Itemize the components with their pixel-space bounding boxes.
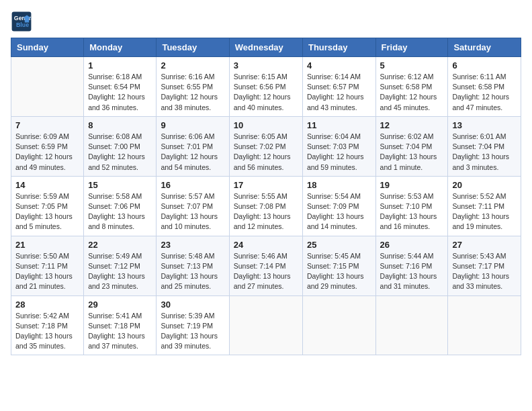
- day-info: Sunrise: 5:44 AM Sunset: 7:16 PM Dayligh…: [380, 251, 444, 292]
- day-number: 24: [234, 240, 298, 250]
- day-number: 20: [452, 180, 517, 190]
- svg-text:General: General: [14, 15, 32, 21]
- day-cell: 22Sunrise: 5:49 AM Sunset: 7:12 PM Dayli…: [84, 236, 157, 295]
- day-info: Sunrise: 5:55 AM Sunset: 7:08 PM Dayligh…: [234, 191, 298, 232]
- day-cell: [375, 295, 448, 355]
- day-number: 27: [452, 240, 517, 250]
- day-cell: 3Sunrise: 6:15 AM Sunset: 6:56 PM Daylig…: [229, 57, 302, 117]
- header: General Blue: [11, 11, 521, 32]
- day-cell: 17Sunrise: 5:55 AM Sunset: 7:08 PM Dayli…: [229, 176, 302, 236]
- day-cell: 21Sunrise: 5:50 AM Sunset: 7:11 PM Dayli…: [11, 236, 84, 295]
- day-info: Sunrise: 6:09 AM Sunset: 6:59 PM Dayligh…: [15, 132, 79, 173]
- day-cell: 2Sunrise: 6:16 AM Sunset: 6:55 PM Daylig…: [157, 57, 229, 117]
- day-number: 3: [234, 60, 298, 71]
- day-number: 29: [88, 300, 152, 310]
- day-info: Sunrise: 5:45 AM Sunset: 7:15 PM Dayligh…: [307, 251, 371, 292]
- day-number: 8: [88, 120, 152, 130]
- day-cell: 16Sunrise: 5:57 AM Sunset: 7:07 PM Dayli…: [157, 176, 229, 236]
- day-number: 17: [234, 180, 298, 190]
- day-cell: 19Sunrise: 5:53 AM Sunset: 7:10 PM Dayli…: [375, 176, 448, 236]
- day-info: Sunrise: 6:18 AM Sunset: 6:54 PM Dayligh…: [88, 72, 152, 113]
- day-cell: 11Sunrise: 6:04 AM Sunset: 7:03 PM Dayli…: [302, 116, 375, 176]
- day-number: 22: [88, 240, 152, 250]
- day-number: 12: [380, 120, 444, 130]
- week-row-1: 1Sunrise: 6:18 AM Sunset: 6:54 PM Daylig…: [11, 57, 521, 117]
- day-number: 26: [380, 240, 444, 250]
- day-info: Sunrise: 6:15 AM Sunset: 6:56 PM Dayligh…: [234, 72, 298, 113]
- day-number: 11: [307, 120, 371, 130]
- day-info: Sunrise: 6:04 AM Sunset: 7:03 PM Dayligh…: [307, 132, 371, 173]
- day-cell: 28Sunrise: 5:42 AM Sunset: 7:18 PM Dayli…: [11, 295, 84, 355]
- day-cell: [448, 295, 521, 355]
- day-cell: 6Sunrise: 6:11 AM Sunset: 6:58 PM Daylig…: [448, 57, 521, 117]
- day-info: Sunrise: 6:02 AM Sunset: 7:04 PM Dayligh…: [380, 132, 444, 173]
- day-cell: 27Sunrise: 5:43 AM Sunset: 7:17 PM Dayli…: [448, 236, 521, 295]
- day-info: Sunrise: 5:53 AM Sunset: 7:10 PM Dayligh…: [380, 191, 444, 232]
- day-number: 1: [88, 60, 152, 71]
- day-info: Sunrise: 6:14 AM Sunset: 6:57 PM Dayligh…: [307, 72, 371, 113]
- day-info: Sunrise: 5:59 AM Sunset: 7:05 PM Dayligh…: [15, 191, 79, 232]
- day-number: 13: [452, 120, 517, 130]
- calendar-header-row: SundayMondayTuesdayWednesdayThursdayFrid…: [11, 38, 521, 57]
- day-info: Sunrise: 6:16 AM Sunset: 6:55 PM Dayligh…: [161, 72, 224, 113]
- day-cell: 18Sunrise: 5:54 AM Sunset: 7:09 PM Dayli…: [302, 176, 375, 236]
- day-cell: [229, 295, 302, 355]
- day-cell: 12Sunrise: 6:02 AM Sunset: 7:04 PM Dayli…: [375, 116, 448, 176]
- day-cell: 24Sunrise: 5:46 AM Sunset: 7:14 PM Dayli…: [229, 236, 302, 295]
- week-row-5: 28Sunrise: 5:42 AM Sunset: 7:18 PM Dayli…: [11, 295, 521, 355]
- header-saturday: Saturday: [448, 38, 521, 57]
- day-info: Sunrise: 5:43 AM Sunset: 7:17 PM Dayligh…: [452, 251, 517, 292]
- day-cell: 26Sunrise: 5:44 AM Sunset: 7:16 PM Dayli…: [375, 236, 448, 295]
- day-number: 23: [161, 240, 224, 250]
- day-cell: 5Sunrise: 6:12 AM Sunset: 6:58 PM Daylig…: [375, 57, 448, 117]
- day-info: Sunrise: 5:58 AM Sunset: 7:06 PM Dayligh…: [88, 191, 152, 232]
- day-number: 18: [307, 180, 371, 190]
- day-cell: 20Sunrise: 5:52 AM Sunset: 7:11 PM Dayli…: [448, 176, 521, 236]
- day-number: 14: [15, 180, 79, 190]
- header-monday: Monday: [84, 38, 157, 57]
- day-number: 30: [161, 300, 224, 310]
- day-info: Sunrise: 6:06 AM Sunset: 7:01 PM Dayligh…: [161, 132, 224, 173]
- day-number: 21: [15, 240, 79, 250]
- day-number: 10: [234, 120, 298, 130]
- day-cell: 8Sunrise: 6:08 AM Sunset: 7:00 PM Daylig…: [84, 116, 157, 176]
- day-info: Sunrise: 5:48 AM Sunset: 7:13 PM Dayligh…: [161, 251, 224, 292]
- day-number: 2: [161, 60, 224, 71]
- day-cell: 14Sunrise: 5:59 AM Sunset: 7:05 PM Dayli…: [11, 176, 84, 236]
- header-sunday: Sunday: [11, 38, 84, 57]
- week-row-2: 7Sunrise: 6:09 AM Sunset: 6:59 PM Daylig…: [11, 116, 521, 176]
- day-number: 5: [380, 60, 444, 71]
- day-number: 9: [161, 120, 224, 130]
- calendar: SundayMondayTuesdayWednesdayThursdayFrid…: [11, 38, 521, 355]
- header-friday: Friday: [375, 38, 448, 57]
- day-cell: 15Sunrise: 5:58 AM Sunset: 7:06 PM Dayli…: [84, 176, 157, 236]
- day-number: 16: [161, 180, 224, 190]
- day-info: Sunrise: 5:52 AM Sunset: 7:11 PM Dayligh…: [452, 191, 517, 232]
- day-number: 19: [380, 180, 444, 190]
- day-cell: 4Sunrise: 6:14 AM Sunset: 6:57 PM Daylig…: [302, 57, 375, 117]
- day-info: Sunrise: 6:12 AM Sunset: 6:58 PM Dayligh…: [380, 72, 444, 113]
- day-number: 25: [307, 240, 371, 250]
- day-info: Sunrise: 6:01 AM Sunset: 7:04 PM Dayligh…: [452, 132, 517, 173]
- day-cell: 29Sunrise: 5:41 AM Sunset: 7:18 PM Dayli…: [84, 295, 157, 355]
- day-number: 7: [15, 120, 79, 130]
- day-cell: 9Sunrise: 6:06 AM Sunset: 7:01 PM Daylig…: [157, 116, 229, 176]
- day-info: Sunrise: 5:50 AM Sunset: 7:11 PM Dayligh…: [15, 251, 79, 292]
- day-info: Sunrise: 5:46 AM Sunset: 7:14 PM Dayligh…: [234, 251, 298, 292]
- header-wednesday: Wednesday: [229, 38, 302, 57]
- logo: General Blue: [11, 11, 36, 32]
- week-row-3: 14Sunrise: 5:59 AM Sunset: 7:05 PM Dayli…: [11, 176, 521, 236]
- day-info: Sunrise: 5:54 AM Sunset: 7:09 PM Dayligh…: [307, 191, 371, 232]
- day-cell: 10Sunrise: 6:05 AM Sunset: 7:02 PM Dayli…: [229, 116, 302, 176]
- day-cell: 1Sunrise: 6:18 AM Sunset: 6:54 PM Daylig…: [84, 57, 157, 117]
- day-info: Sunrise: 5:57 AM Sunset: 7:07 PM Dayligh…: [161, 191, 224, 232]
- day-info: Sunrise: 6:11 AM Sunset: 6:58 PM Dayligh…: [452, 72, 517, 113]
- header-thursday: Thursday: [302, 38, 375, 57]
- day-cell: 25Sunrise: 5:45 AM Sunset: 7:15 PM Dayli…: [302, 236, 375, 295]
- day-cell: [302, 295, 375, 355]
- day-number: 28: [15, 300, 79, 310]
- week-row-4: 21Sunrise: 5:50 AM Sunset: 7:11 PM Dayli…: [11, 236, 521, 295]
- day-info: Sunrise: 5:49 AM Sunset: 7:12 PM Dayligh…: [88, 251, 152, 292]
- logo-icon: General Blue: [11, 11, 32, 32]
- day-info: Sunrise: 5:41 AM Sunset: 7:18 PM Dayligh…: [88, 311, 152, 352]
